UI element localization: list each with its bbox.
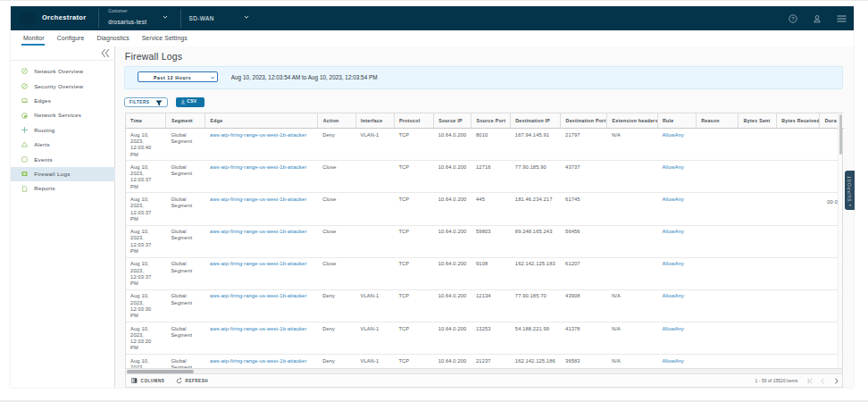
- svg-text:?: ?: [791, 16, 795, 21]
